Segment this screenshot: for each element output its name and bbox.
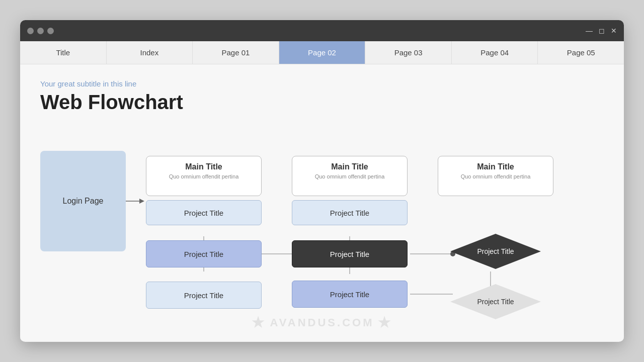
tabs-bar: Title Index Page 01 Page 02 Page 03 Page… [20,41,624,64]
col1-main-title-box: Main Title Quo omnium offendit pertina [146,156,262,196]
page-subtitle: Your great subtitle in this line [40,79,604,88]
tab-page04[interactable]: Page 04 [452,41,538,64]
tab-page03[interactable]: Page 03 [365,41,452,64]
col2-proj2: Project Title [292,240,408,267]
col3-diamond1-wrap: Project Title [438,231,553,272]
maximize-button[interactable] [47,28,54,34]
tab-page02[interactable]: Page 02 [279,41,366,64]
tab-index[interactable]: Index [107,41,193,64]
login-page-label: Login Page [63,197,104,206]
col1-proj3: Project Title [146,282,262,309]
flowchart: Login Page Main Title Quo omnium offendi… [40,126,604,307]
col3-diamond1 [450,234,541,269]
maximize-icon[interactable]: ◻ [599,27,605,35]
close-button[interactable] [27,28,34,34]
col2-main-title: Main Title [297,162,402,171]
col3-main-sub: Quo omnium offendit pertina [443,173,548,179]
watermark: ★ AVANDUS.COM ★ [252,314,393,331]
col2-proj3: Project Title [292,281,408,308]
star-icon: ★ [252,314,266,331]
col2-proj1: Project Title [292,200,408,225]
col2-main-sub: Quo omnium offendit pertina [297,173,402,179]
col3-main-title-box: Main Title Quo omnium offendit pertina [438,156,553,196]
col1-main-title: Main Title [151,162,256,171]
page-title: Web Flowchart [40,91,604,114]
col1-main-sub: Quo omnium offendit pertina [151,173,256,179]
watermark-text: AVANDUS.COM [270,316,374,329]
tab-page01[interactable]: Page 01 [193,41,279,64]
tab-title[interactable]: Title [20,41,107,64]
titlebar: — ◻ ✕ [20,20,624,41]
svg-marker-1 [139,199,144,204]
close-icon[interactable]: ✕ [611,27,617,35]
col2-main-title-box: Main Title Quo omnium offendit pertina [292,156,408,196]
minimize-icon[interactable]: — [586,27,593,35]
col3-main-title: Main Title [443,162,548,171]
page-content: Your great subtitle in this line Web Flo… [20,64,624,341]
col1-proj2: Project Title [146,240,262,267]
window-controls: — ◻ ✕ [586,27,617,35]
app-window: — ◻ ✕ Title Index Page 01 Page 02 Page 0… [20,20,624,342]
col3-diamond2-wrap: Project Title [438,282,553,322]
col3-diamond2 [450,284,541,319]
login-page-box: Login Page [40,151,126,251]
traffic-lights [27,28,54,34]
minimize-button[interactable] [37,28,44,34]
col1-proj1: Project Title [146,200,262,225]
tab-page05[interactable]: Page 05 [538,41,624,64]
star-icon-2: ★ [378,314,392,331]
